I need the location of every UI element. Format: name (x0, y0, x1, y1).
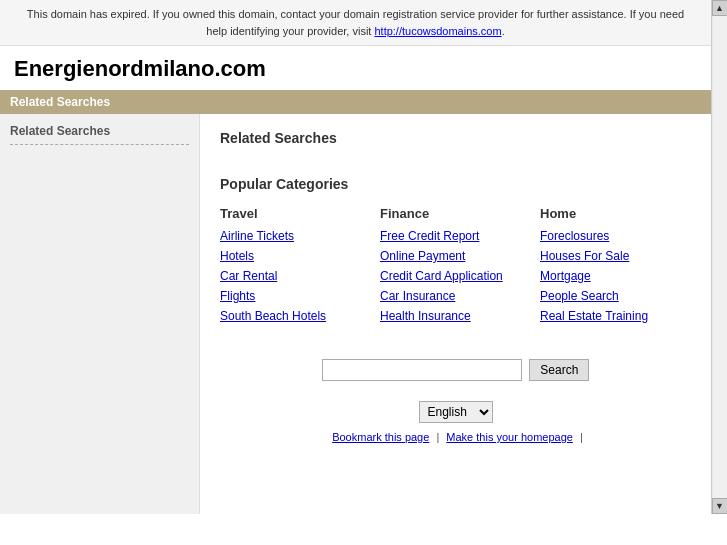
search-input[interactable] (322, 359, 522, 381)
link-mortgage[interactable]: Mortgage (540, 269, 680, 283)
domain-title: Energienordmilano.com (0, 46, 711, 90)
link-online-payment[interactable]: Online Payment (380, 249, 520, 263)
link-credit-card-application[interactable]: Credit Card Application (380, 269, 520, 283)
category-finance-heading: Finance (380, 206, 520, 221)
link-foreclosures[interactable]: Foreclosures (540, 229, 680, 243)
link-houses-for-sale[interactable]: Houses For Sale (540, 249, 680, 263)
link-people-search[interactable]: People Search (540, 289, 680, 303)
category-travel-heading: Travel (220, 206, 360, 221)
content-related-title: Related Searches (220, 130, 691, 146)
language-area: English Spanish French German Italian (220, 401, 691, 423)
language-select[interactable]: English Spanish French German Italian (419, 401, 493, 423)
footer-bookmark-link[interactable]: Bookmark this page (332, 431, 429, 443)
footer-homepage-link[interactable]: Make this your homepage (446, 431, 573, 443)
link-hotels[interactable]: Hotels (220, 249, 360, 263)
link-south-beach-hotels[interactable]: South Beach Hotels (220, 309, 360, 323)
link-real-estate-training[interactable]: Real Estate Training (540, 309, 680, 323)
link-airline-tickets[interactable]: Airline Tickets (220, 229, 360, 243)
scrollbar-down-button[interactable]: ▼ (712, 498, 728, 514)
notice-link[interactable]: http://tucowsdomains.com (374, 25, 501, 37)
sidebar-title: Related Searches (10, 124, 189, 138)
categories-grid: Travel Airline Tickets Hotels Car Rental… (220, 206, 691, 329)
notice-bar: This domain has expired. If you owned th… (0, 0, 711, 46)
scrollbar[interactable]: ▲ ▼ (711, 0, 727, 514)
category-travel: Travel Airline Tickets Hotels Car Rental… (220, 206, 360, 329)
category-home: Home Foreclosures Houses For Sale Mortga… (540, 206, 680, 329)
notice-text: This domain has expired. If you owned th… (27, 8, 684, 37)
link-car-rental[interactable]: Car Rental (220, 269, 360, 283)
link-flights[interactable]: Flights (220, 289, 360, 303)
link-free-credit-report[interactable]: Free Credit Report (380, 229, 520, 243)
search-button[interactable]: Search (529, 359, 589, 381)
category-home-heading: Home (540, 206, 680, 221)
sidebar-divider (10, 144, 189, 145)
sidebar: Related Searches (0, 114, 200, 514)
scrollbar-track (713, 16, 727, 498)
footer-links: Bookmark this page | Make this your home… (220, 431, 691, 443)
scrollbar-up-button[interactable]: ▲ (712, 0, 728, 16)
related-searches-bar: Related Searches (0, 90, 711, 114)
link-car-insurance[interactable]: Car Insurance (380, 289, 520, 303)
popular-categories-title: Popular Categories (220, 176, 691, 192)
link-health-insurance[interactable]: Health Insurance (380, 309, 520, 323)
category-finance: Finance Free Credit Report Online Paymen… (380, 206, 520, 329)
content-area: Related Searches Popular Categories Trav… (200, 114, 711, 514)
search-area: Search (220, 359, 691, 381)
